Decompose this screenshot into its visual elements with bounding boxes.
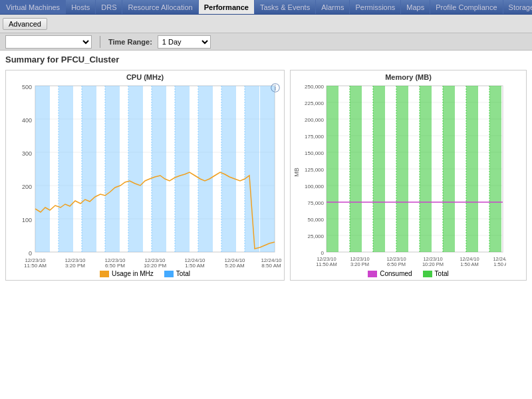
tab-alarms[interactable]: Alarms xyxy=(316,0,350,14)
svg-text:6:50 PM: 6:50 PM xyxy=(387,261,406,267)
cpu-legend: Usage in MHz Total xyxy=(9,270,281,277)
svg-rect-64 xyxy=(443,86,455,252)
svg-rect-7 xyxy=(35,86,50,252)
svg-text:1:50 AM: 1:50 AM xyxy=(493,261,506,267)
svg-text:225,000: 225,000 xyxy=(305,100,324,106)
svg-rect-8 xyxy=(59,86,73,252)
memory-consumed-label: Consumed xyxy=(380,270,412,277)
svg-rect-11 xyxy=(128,86,143,252)
memory-consumed-swatch xyxy=(368,271,377,277)
time-range-label: Time Range: xyxy=(108,38,152,46)
tab-resource-allocation[interactable]: Resource Allocation xyxy=(122,0,198,14)
cpu-usage-swatch xyxy=(100,271,109,277)
tab-hosts[interactable]: Hosts xyxy=(66,0,96,14)
svg-text:125,000: 125,000 xyxy=(305,167,324,173)
toolbar: Advanced xyxy=(0,15,532,33)
svg-text:MB: MB xyxy=(293,168,300,177)
svg-rect-60 xyxy=(350,86,362,252)
svg-text:6:50 PM: 6:50 PM xyxy=(105,263,125,269)
memory-legend-consumed: Consumed xyxy=(368,270,412,277)
svg-rect-13 xyxy=(175,86,190,252)
divider xyxy=(100,36,100,48)
svg-rect-62 xyxy=(396,86,408,252)
object-select[interactable] xyxy=(5,35,92,49)
tab-performance[interactable]: Performance xyxy=(199,0,255,14)
cpu-chart-title: CPU (MHz) xyxy=(9,73,281,81)
svg-text:100,000: 100,000 xyxy=(305,184,324,190)
svg-rect-15 xyxy=(221,86,236,252)
memory-total-label: Total xyxy=(435,270,449,277)
cpu-total-label: Total xyxy=(176,270,190,277)
advanced-button[interactable]: Advanced xyxy=(3,18,47,30)
svg-text:0: 0 xyxy=(29,250,32,257)
svg-text:200: 200 xyxy=(22,184,32,190)
svg-text:150,000: 150,000 xyxy=(305,150,324,156)
svg-text:10:20 PM: 10:20 PM xyxy=(422,261,444,267)
svg-rect-17 xyxy=(260,86,275,252)
svg-text:25,000: 25,000 xyxy=(308,233,325,239)
memory-legend: Consumed Total xyxy=(293,270,523,277)
svg-rect-16 xyxy=(245,86,259,252)
memory-chart-title: Memory (MB) xyxy=(293,73,523,81)
svg-rect-61 xyxy=(373,86,385,252)
cpu-chart-svg: 500 400 300 200 100 0 12/23/10 11:50 AM … xyxy=(9,82,281,269)
svg-rect-66 xyxy=(489,86,501,252)
cpu-legend-total: Total xyxy=(164,270,190,277)
time-range-select[interactable]: 1 Day 1 Week 1 Month xyxy=(158,35,211,49)
svg-text:1:50 AM: 1:50 AM xyxy=(460,261,479,267)
svg-text:100: 100 xyxy=(22,217,32,223)
section-title: Summary for PFCU_Cluster xyxy=(5,55,527,65)
svg-text:50,000: 50,000 xyxy=(308,217,325,223)
svg-text:400: 400 xyxy=(22,117,32,124)
svg-rect-12 xyxy=(152,86,166,252)
svg-text:0: 0 xyxy=(321,250,325,256)
svg-text:500: 500 xyxy=(22,84,32,90)
svg-text:11:50 AM: 11:50 AM xyxy=(316,261,337,267)
svg-text:250,000: 250,000 xyxy=(305,84,324,90)
svg-rect-59 xyxy=(327,86,338,252)
svg-rect-65 xyxy=(466,86,478,252)
charts-container: CPU (MHz) ⓘ xyxy=(5,70,527,281)
tab-virtual-machines[interactable]: Virtual Machines xyxy=(0,0,66,14)
tab-permissions[interactable]: Permissions xyxy=(350,0,401,14)
svg-text:175,000: 175,000 xyxy=(305,134,324,140)
cpu-total-swatch xyxy=(164,271,174,277)
tab-profile-compliance[interactable]: Profile Compliance xyxy=(430,0,503,14)
svg-text:10:20 PM: 10:20 PM xyxy=(144,263,167,269)
tab-tasks-events[interactable]: Tasks & Events xyxy=(255,0,316,14)
svg-text:3:20 PM: 3:20 PM xyxy=(350,261,369,267)
memory-total-swatch xyxy=(423,271,432,277)
memory-legend-total: Total xyxy=(423,270,449,277)
svg-rect-63 xyxy=(420,86,432,252)
svg-text:1:50 AM: 1:50 AM xyxy=(185,263,205,269)
svg-rect-10 xyxy=(105,86,120,252)
tab-storage-views[interactable]: Storage Views xyxy=(503,0,532,14)
svg-text:5:20 AM: 5:20 AM xyxy=(225,263,245,269)
memory-chart-svg: 250,000 225,000 200,000 175,000 150,000 … xyxy=(293,82,506,269)
cpu-chart-area: ⓘ xyxy=(9,82,281,269)
svg-rect-9 xyxy=(82,86,96,252)
filter-bar: Time Range: 1 Day 1 Week 1 Month xyxy=(0,33,532,51)
main-content: Summary for PFCU_Cluster CPU (MHz) ⓘ xyxy=(0,51,532,399)
cpu-legend-usage: Usage in MHz xyxy=(100,270,154,277)
cpu-info-icon[interactable]: ⓘ xyxy=(271,82,280,94)
svg-text:300: 300 xyxy=(22,150,32,157)
cpu-usage-label: Usage in MHz xyxy=(112,270,154,277)
cpu-chart-panel: CPU (MHz) ⓘ xyxy=(5,70,285,281)
memory-chart-panel: Memory (MB) xyxy=(290,70,527,281)
svg-text:200,000: 200,000 xyxy=(305,117,324,123)
svg-rect-14 xyxy=(198,86,213,252)
tab-maps[interactable]: Maps xyxy=(401,0,430,14)
svg-text:11:50 AM: 11:50 AM xyxy=(24,263,47,269)
svg-text:3:20 PM: 3:20 PM xyxy=(65,263,85,269)
memory-chart-area: 250,000 225,000 200,000 175,000 150,000 … xyxy=(293,82,523,269)
tab-bar: Virtual Machines Hosts DRS Resource Allo… xyxy=(0,0,532,15)
svg-text:75,000: 75,000 xyxy=(308,200,325,206)
svg-text:8:50 AM: 8:50 AM xyxy=(261,263,281,269)
tab-drs[interactable]: DRS xyxy=(96,0,122,14)
